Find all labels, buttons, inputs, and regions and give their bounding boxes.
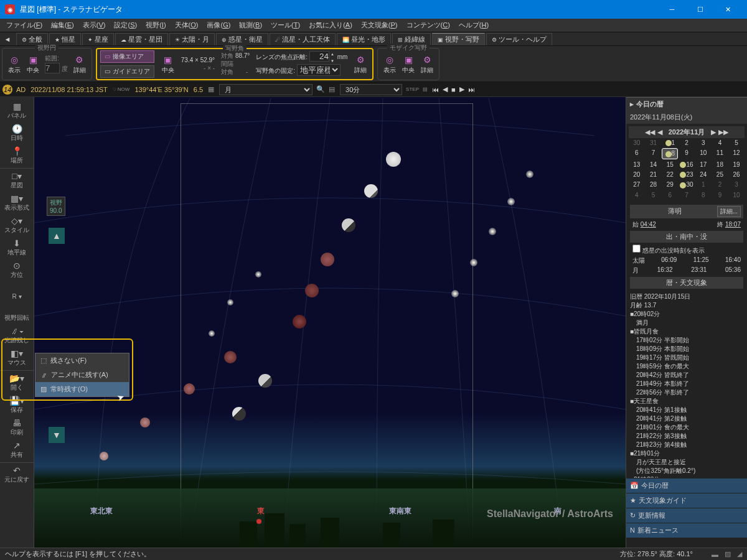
cal-day[interactable]: 31 — [646, 138, 662, 147]
cal-next-year[interactable]: ▶▶ — [718, 128, 728, 136]
menu-a[interactable]: お気に入り(A) — [305, 19, 356, 31]
cal-day[interactable]: 6 — [629, 148, 645, 159]
cal-day[interactable]: 18 — [712, 160, 728, 169]
cal-day[interactable]: 30 — [629, 138, 645, 147]
cal-day[interactable]: 4 — [712, 138, 728, 147]
location-display[interactable]: 139°44'E 35°39'N — [134, 86, 188, 93]
rp-link-1[interactable]: ★天文現象ガイド — [626, 493, 747, 508]
tab-5[interactable]: ⊕惑星・衛星 — [216, 33, 268, 45]
guide-area-button[interactable]: ▭ガイドエリア — [100, 65, 154, 78]
cal-day[interactable]: 15 — [662, 160, 678, 169]
cal-day[interactable]: 9 — [712, 190, 728, 200]
menu-h[interactable]: ヘルプ(H) — [455, 19, 492, 31]
cal-day[interactable]: 1 — [695, 180, 712, 189]
cal-day[interactable]: 8 — [662, 148, 678, 159]
nav-back-icon[interactable]: ◄ — [2, 34, 13, 45]
cal-day[interactable]: 10 — [695, 148, 712, 159]
menu-t[interactable]: ツール(T) — [267, 19, 304, 31]
tab-3[interactable]: ☁星雲・星団 — [115, 33, 168, 45]
mode-select[interactable]: 月 — [219, 84, 312, 95]
cal-day[interactable]: 16 — [679, 160, 695, 169]
cal-day[interactable]: 7 — [679, 190, 695, 200]
rp-link-3[interactable]: N新着ニュース — [626, 523, 747, 538]
step-config-icon[interactable]: ▤ — [423, 86, 428, 92]
cal-day[interactable]: 11 — [712, 148, 728, 159]
cal-day[interactable]: 7 — [646, 148, 662, 159]
cal-day[interactable]: 2 — [679, 138, 695, 147]
menu-c[interactable]: コンテンツ(C) — [403, 19, 454, 31]
close-button[interactable]: ✕ — [714, 0, 742, 19]
menu-p[interactable]: 天文現象(P) — [357, 19, 402, 31]
sidebar-13[interactable]: 💾▾保存 — [0, 394, 34, 416]
mosaic-center-button[interactable]: ▣中央 — [399, 52, 418, 76]
cal-day[interactable]: 8 — [695, 190, 712, 200]
tab-2[interactable]: ✦星座 — [82, 33, 114, 45]
sidebar-8[interactable]: R ▾ — [0, 281, 34, 302]
sidebar-9[interactable]: 視野回転 — [0, 302, 34, 324]
list-icon[interactable]: ▤ — [329, 85, 335, 93]
fov-fix-select[interactable]: 地平座標 — [297, 64, 341, 76]
cal-day[interactable]: 4 — [629, 190, 645, 200]
tab-7[interactable]: 🌅昼光・地形 — [337, 33, 391, 45]
nav-down-button[interactable]: ▼ — [49, 427, 65, 443]
cal-day[interactable]: 23 — [679, 170, 695, 179]
step-back-button[interactable]: ◀ — [443, 85, 448, 93]
sidebar-10[interactable]: ⫽▾光跡残し — [0, 324, 34, 347]
cal-prev-year[interactable]: ◀◀ — [645, 128, 655, 136]
resize-grip-icon[interactable]: ◢ — [737, 550, 742, 558]
minimize-button[interactable]: ─ — [658, 0, 686, 19]
sidebar-1[interactable]: 🕐日時 — [0, 122, 34, 144]
cal-day[interactable]: 29 — [662, 180, 678, 189]
trail-option-2[interactable]: ▨常時残す(O) — [35, 382, 129, 396]
rp-link-0[interactable]: 📅今日の暦 — [626, 478, 747, 493]
trail-option-1[interactable]: ⫽アニメ中に残す(A) — [35, 368, 129, 382]
step-select[interactable]: 30分 — [340, 84, 402, 95]
focal-up[interactable]: ▲ — [331, 51, 334, 58]
cal-day[interactable]: 24 — [695, 170, 712, 179]
cal-day[interactable]: 28 — [646, 180, 662, 189]
sb-icon2[interactable]: ▨ — [725, 550, 731, 558]
cal-day[interactable]: 9 — [679, 148, 695, 159]
fast-fwd-button[interactable]: ⏭ — [468, 86, 475, 93]
sidebar-11[interactable]: ◧▾マウス — [0, 347, 34, 369]
now-label[interactable]: NOW — [118, 86, 130, 92]
now-icon[interactable]: ♡ — [113, 87, 116, 92]
cal-day[interactable]: 10 — [728, 190, 745, 200]
menu-g[interactable]: 画像(G) — [203, 19, 234, 31]
grid-icon[interactable]: ▦ — [208, 85, 214, 93]
tab-9[interactable]: ▣視野・写野 — [432, 33, 485, 45]
sidebar-3[interactable]: □▾星図 — [0, 168, 34, 192]
menu-v[interactable]: 表示(V) — [79, 19, 110, 31]
cal-day[interactable]: 3 — [695, 138, 712, 147]
sidebar-7[interactable]: ⊙方位 — [0, 259, 34, 281]
trail-option-0[interactable]: ⬚残さない(F) — [35, 353, 129, 368]
show-fov-button[interactable]: ◎表示 — [5, 52, 24, 76]
sidebar-5[interactable]: ◇▾スタイル — [0, 214, 34, 236]
cal-day[interactable]: 27 — [629, 180, 645, 189]
cal-day[interactable]: 19 — [728, 160, 745, 169]
focal-down[interactable]: ▼ — [331, 58, 334, 65]
sky-canvas[interactable]: 東北東 東 東南東 南 StellaNavigator / AstroArts … — [34, 97, 626, 548]
fov-details-button[interactable]: ⚙詳細 — [70, 52, 89, 76]
focal-input[interactable] — [309, 51, 329, 62]
rp-link-2[interactable]: ↻更新情報 — [626, 508, 747, 523]
cal-day[interactable]: 30 — [679, 180, 695, 189]
tab-10[interactable]: ⚙ツール・ヘルプ — [486, 33, 552, 45]
cal-day[interactable]: 2 — [712, 180, 728, 189]
cal-next-month[interactable]: ▶ — [711, 128, 716, 136]
tab-6[interactable]: ☄流星・人工天体 — [270, 33, 336, 45]
sidebar-15[interactable]: ↗共有 — [0, 439, 34, 461]
cal-day[interactable]: 13 — [629, 160, 645, 169]
planet-times-checkbox[interactable] — [632, 245, 641, 253]
sidebar-6[interactable]: ⬇地平線 — [0, 236, 34, 259]
mosaic-show-button[interactable]: ◎表示 — [380, 52, 399, 76]
center-fov-button[interactable]: ▣中央 — [24, 52, 42, 76]
cal-day[interactable]: 17 — [695, 160, 712, 169]
menu-o[interactable]: 天体(O) — [171, 19, 202, 31]
photo-center-button[interactable]: ▣中央 — [159, 52, 177, 76]
imaging-area-button[interactable]: ▭撮像エリア — [100, 50, 154, 63]
cal-day[interactable]: 5 — [728, 138, 745, 147]
cal-day[interactable]: 12 — [728, 148, 745, 159]
sidebar-4[interactable]: ▦▾表示形式 — [0, 192, 34, 214]
menu-b[interactable]: 観測(B) — [235, 19, 266, 31]
